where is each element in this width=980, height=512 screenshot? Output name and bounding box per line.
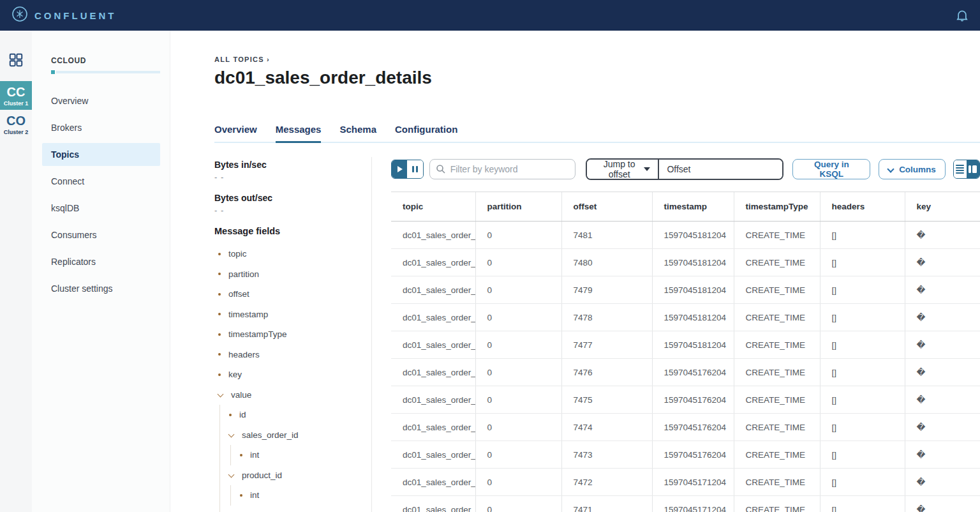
cell-timestampType: CREATE_TIME [734, 249, 820, 276]
tree-item-int: int [214, 445, 371, 465]
bytes-in-stat: Bytes in/sec - - [214, 160, 371, 182]
breadcrumb-label: ALL TOPICS [214, 56, 264, 63]
tree-item-value[interactable]: value [214, 385, 371, 405]
cell-partition: 0 [475, 441, 561, 469]
table-row[interactable]: dc01_sales_order_d...074731597045176204C… [391, 441, 980, 469]
search-icon [436, 164, 446, 174]
tree-item-clipped[interactable] [214, 506, 371, 512]
tab-bar: OverviewMessagesSchemaConfiguration [214, 124, 980, 143]
sidebar-item-cluster-settings[interactable]: Cluster settings [42, 277, 160, 300]
cell-key: � [905, 441, 980, 469]
keyword-filter-input[interactable] [429, 159, 575, 179]
cell-timestampType: CREATE_TIME [734, 469, 820, 496]
cell-topic: dc01_sales_order_d... [391, 304, 475, 331]
sidebar-item-topics[interactable]: Topics [42, 143, 160, 166]
chevron-down-icon[interactable] [229, 471, 234, 476]
chevron-down-icon [888, 165, 894, 171]
table-row[interactable]: dc01_sales_order_d...074761597045176204C… [391, 359, 980, 386]
tree-item-label: int [250, 450, 259, 460]
cell-headers: [] [820, 386, 905, 414]
play-button[interactable] [392, 160, 407, 178]
tree-item-offset: offset [214, 284, 371, 305]
cluster-abbr: CO [0, 114, 32, 128]
table-row[interactable]: dc01_sales_order_d...074711597045171204C… [391, 496, 980, 512]
bullet-icon [229, 414, 232, 416]
list-view-button[interactable] [954, 160, 967, 178]
cell-timestamp: 1597045181204 [652, 331, 734, 359]
cell-partition: 0 [475, 304, 561, 331]
sidebar-item-ksqldb[interactable]: ksqlDB [42, 197, 160, 220]
tab-schema[interactable]: Schema [339, 124, 376, 142]
cell-timestampType: CREATE_TIME [734, 359, 820, 386]
columns-button[interactable]: Columns [879, 159, 946, 179]
tree-item-label: int [250, 490, 259, 500]
tree-item-label: headers [228, 350, 260, 359]
stat-label: Bytes in/sec [214, 160, 371, 170]
tree-item-timestamp: timestamp [214, 305, 371, 325]
chevron-down-icon[interactable] [218, 391, 223, 396]
table-row[interactable]: dc01_sales_order_d...074801597045181204C… [391, 249, 980, 276]
messages-toolbar: Jump to offset Query in KSQL Columns [391, 158, 980, 180]
pause-button[interactable] [407, 160, 422, 178]
notifications-bell-icon[interactable] [956, 8, 969, 22]
tree-item-label: key [228, 370, 242, 379]
sidebar-item-connect[interactable]: Connect [42, 170, 160, 193]
tab-messages[interactable]: Messages [276, 124, 322, 142]
tab-configuration[interactable]: Configuration [395, 124, 457, 142]
cell-timestampType: CREATE_TIME [734, 222, 820, 249]
bullet-icon [218, 313, 221, 315]
cluster-label: Cluster 2 [0, 129, 32, 135]
jump-select[interactable]: Jump to offset [587, 160, 660, 179]
app-grid-icon[interactable] [8, 52, 24, 70]
table-row[interactable]: dc01_sales_order_d...074751597045176204C… [391, 386, 980, 414]
column-header-timestampType: timestampType [734, 192, 820, 222]
sidebar-item-brokers[interactable]: Brokers [42, 116, 160, 139]
cell-timestamp: 1597045181204 [652, 276, 734, 304]
query-in-ksql-button[interactable]: Query in KSQL [792, 159, 870, 179]
cell-timestampType: CREATE_TIME [734, 304, 820, 331]
cell-key: � [905, 249, 980, 276]
sidebar-item-replicators[interactable]: Replicators [42, 250, 160, 273]
breadcrumb[interactable]: ALL TOPICS› [214, 56, 270, 63]
top-navbar: CONFLUENT [0, 0, 980, 31]
confluent-logo[interactable]: CONFLUENT [11, 6, 117, 25]
cell-topic: dc01_sales_order_d... [391, 359, 475, 386]
cell-headers: [] [820, 469, 905, 496]
column-header-timestamp: timestamp [652, 192, 734, 222]
sidebar-nav: OverviewBrokersTopicsConnectksqlDBConsum… [32, 89, 170, 300]
chevron-down-icon[interactable] [229, 431, 234, 436]
stat-value: - - [214, 206, 371, 215]
table-row[interactable]: dc01_sales_order_d...074811597045181204C… [391, 222, 980, 249]
table-row[interactable]: dc01_sales_order_d...074791597045181204C… [391, 276, 980, 304]
table-row[interactable]: dc01_sales_order_d...074741597045176204C… [391, 414, 980, 441]
cluster-abbr: CC [0, 85, 32, 99]
table-row[interactable]: dc01_sales_order_d...074781597045181204C… [391, 304, 980, 331]
main-content: ALL TOPICS› dc01_sales_order_details Ove… [170, 31, 980, 512]
cell-timestamp: 1597045176204 [652, 359, 734, 386]
columns-label: Columns [899, 165, 936, 174]
tree-item-int: int [214, 485, 371, 506]
cell-offset: 7480 [561, 249, 652, 276]
sidebar-item-overview[interactable]: Overview [42, 89, 160, 112]
table-row[interactable]: dc01_sales_order_d...074771597045181204C… [391, 331, 980, 359]
cluster-rail: CC Cluster 1CO Cluster 2 [0, 31, 32, 512]
cell-topic: dc01_sales_order_d... [391, 469, 475, 496]
sidebar-item-consumers[interactable]: Consumers [42, 223, 160, 246]
cell-headers: [] [820, 496, 905, 512]
tree-item-headers: headers [214, 345, 371, 365]
sidebar-usage-meter [51, 70, 160, 74]
tree-item-sales_order_id[interactable]: sales_order_id [214, 425, 371, 446]
table-row[interactable]: dc01_sales_order_d...074721597045171204C… [391, 469, 980, 496]
tab-overview[interactable]: Overview [214, 124, 257, 142]
cluster-tile-cc[interactable]: CC Cluster 1 [0, 81, 32, 110]
cluster-tile-co[interactable]: CO Cluster 2 [0, 110, 32, 139]
tree-item-product_id[interactable]: product_id [214, 465, 371, 486]
split-view-button[interactable] [967, 160, 979, 178]
jump-to-offset-control: Jump to offset [586, 158, 784, 180]
cell-headers: [] [820, 359, 905, 386]
column-header-topic: topic [391, 192, 475, 222]
sidebar: CCLOUD OverviewBrokersTopicsConnectksqlD… [32, 31, 170, 512]
jump-select-value: Jump to offset [595, 159, 644, 179]
offset-input[interactable] [659, 160, 782, 179]
stat-label: Bytes out/sec [214, 193, 371, 203]
